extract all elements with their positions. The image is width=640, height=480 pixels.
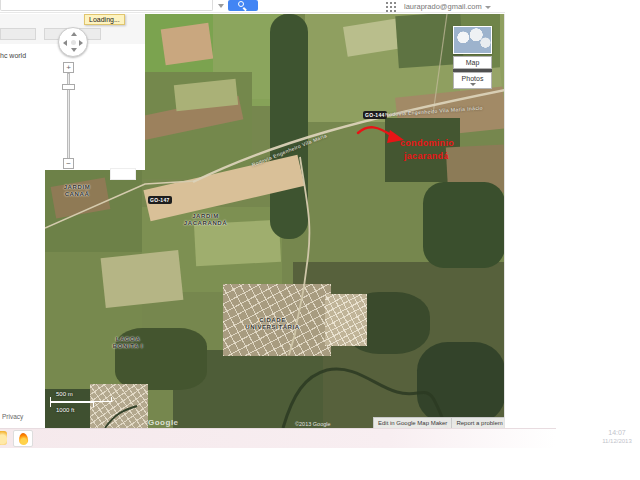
taskbar-partial-icon[interactable]: [0, 431, 7, 445]
edit-map-maker-link[interactable]: Edit in Google Map Maker: [374, 418, 451, 428]
pan-control[interactable]: [58, 27, 88, 57]
taskbar-clock: 14:07 11/12/2013: [595, 429, 639, 445]
screen: lauraprado@gmail.com hc world: [0, 0, 640, 480]
map-viewport: hc world + − Loading... Map Photos JARDI…: [0, 14, 505, 428]
annotation-arrow-icon: [352, 117, 412, 157]
chevron-down-icon: [470, 83, 476, 86]
map-type-control: Map Photos: [453, 26, 492, 89]
zoom-in-button[interactable]: +: [63, 62, 74, 73]
search-button[interactable]: [228, 0, 258, 11]
apps-grid-icon[interactable]: [386, 2, 398, 14]
highway-path: [193, 90, 505, 182]
pan-down-icon[interactable]: [71, 48, 77, 52]
pan-left-icon[interactable]: [63, 40, 67, 46]
top-header: lauraprado@gmail.com: [0, 0, 505, 13]
empty-label-box: [110, 168, 136, 180]
google-watermark: Google: [148, 418, 179, 427]
scale-imperial: 1000 ft: [56, 407, 112, 413]
zoom-out-button[interactable]: −: [63, 158, 74, 169]
map-footer-links: Edit in Google Map Maker Report a proble…: [373, 417, 505, 428]
clock-date: 11/12/2013: [595, 437, 639, 445]
privacy-link[interactable]: Privacy: [2, 413, 23, 420]
map-button[interactable]: Map: [453, 56, 492, 69]
clipped-text: hc world: [0, 52, 26, 59]
search-icon: [238, 1, 244, 7]
taskbar: [0, 428, 556, 448]
search-input[interactable]: [0, 0, 213, 11]
skeleton-button: [0, 28, 36, 40]
clock-time: 14:07: [595, 429, 639, 437]
place-label-jardim-jacaranda: JARDIMJACARANDÁ: [163, 213, 248, 227]
minor-road: [433, 14, 447, 114]
place-label-cidade-universitaria: CIDADEUNIVERSITÁRIA: [230, 317, 315, 331]
report-problem-link[interactable]: Report a problem: [451, 418, 505, 428]
pan-up-icon[interactable]: [71, 32, 77, 36]
map-preview-thumbnail[interactable]: [453, 26, 492, 54]
pan-right-icon[interactable]: [79, 40, 83, 46]
zoom-slider-handle[interactable]: [62, 84, 75, 90]
search-options-caret-icon[interactable]: [218, 4, 224, 8]
map-copyright: ©2013 Google: [295, 421, 331, 427]
account-caret-icon: [485, 6, 491, 9]
place-label-lagoa-bonita: LAGOABONITA I: [91, 336, 165, 350]
photos-button[interactable]: Photos: [453, 72, 492, 89]
loading-tooltip: Loading...: [84, 14, 125, 25]
pan-center-icon[interactable]: [71, 40, 76, 45]
photos-button-label: Photos: [462, 75, 484, 82]
flame-icon: [18, 433, 28, 446]
taskbar-browser-button[interactable]: [13, 430, 33, 447]
scale-bar: 500 m 1000 ft: [50, 391, 112, 413]
place-label-jardim-canaa: JARDIMCANAÃ: [40, 184, 114, 198]
road-badge-go147: GO-147: [148, 196, 172, 204]
account-email[interactable]: lauraprado@gmail.com: [404, 2, 491, 11]
